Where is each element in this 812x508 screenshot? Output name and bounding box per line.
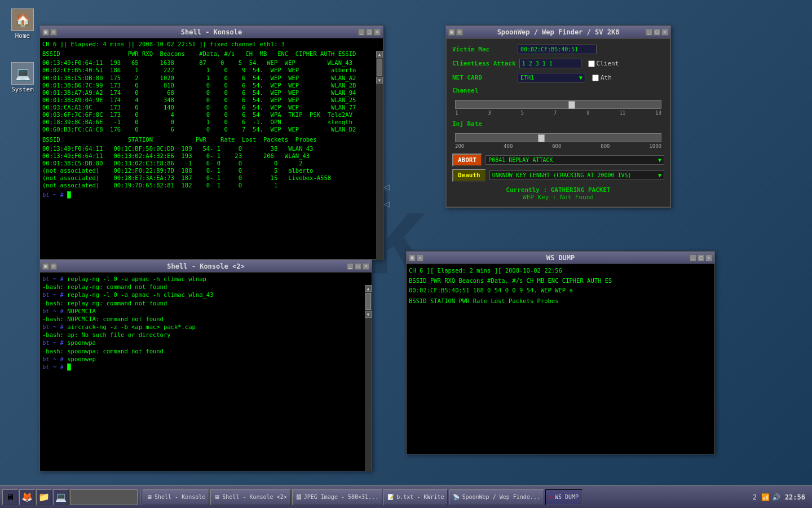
channel-slider-track[interactable] — [455, 100, 661, 109]
spoonwep-ctrl1[interactable]: ▣ — [448, 29, 455, 36]
shell1-max[interactable]: □ — [366, 29, 373, 36]
shell1-min[interactable]: _ — [358, 29, 365, 36]
deauth-button[interactable]: Deauth — [452, 169, 486, 182]
shell1-row5: 00:01:38:A9:04:9E 174 4 348 0 0 6 54. WE… — [42, 97, 375, 104]
wsdump-content[interactable]: CH 6 ][ Elapsed: 2 mins ][ 2008-10-02 22… — [407, 264, 714, 455]
taskbar-app-kwrite[interactable]: 📝 b.txt - KWrite — [383, 489, 448, 505]
shell1-header: CH 6 ][ Elapsed: 4 mins ][ 2008-10-02 22… — [42, 41, 375, 48]
shell2-taskbar-label: Shell - Konsole <2> — [222, 494, 286, 500]
channel-slider-container: 135791113 — [452, 100, 664, 116]
shell2-line5: -bash: NOPCMCIA: command not found — [42, 315, 364, 323]
wsdump-taskbar-icon: ✕ — [549, 494, 553, 500]
shell2-line9: -bash: spoonwpa: command not found — [42, 347, 364, 355]
shell1-prompt: bt ~ # █ — [42, 191, 375, 199]
wsdump-max[interactable]: □ — [698, 255, 704, 261]
shell2-close[interactable]: ✕ — [363, 263, 369, 270]
shell2-line0: bt ~ # replay-ng -l 0 -a apmac -h climac… — [42, 275, 364, 283]
taskbar-icon-files[interactable]: 📁 — [36, 489, 52, 505]
jpeg-taskbar-label: JPEG Image - 500×31... — [304, 494, 378, 500]
shell2-title: Shell - Konsole <2> — [167, 262, 244, 270]
taskbar-icon-browser[interactable]: 🦊 — [19, 489, 35, 505]
taskbar-icon-term[interactable]: 💻 — [53, 489, 69, 505]
taskbar-app-spoonwep[interactable]: 📡 SpoonWep / Wep Finde... — [449, 489, 544, 505]
injrate-thumb[interactable] — [538, 134, 545, 142]
injrate-slider-track[interactable] — [455, 133, 661, 142]
injrate-labels: 2004006008001000 — [455, 143, 661, 149]
shell1-row9: 00:60:B3:FC:CA:C8 176 0 6 0 0 7 54. WEP … — [42, 126, 375, 133]
shell1-row1: 00:02:CF:B5:40:51 186 1 222 1 0 9 54. WE… — [42, 67, 375, 74]
scroll-down[interactable]: ▼ — [376, 77, 383, 84]
taskbar-icon-apps[interactable]: 🖥 — [2, 489, 18, 505]
shell1-ctrl2[interactable]: ✕ — [50, 29, 57, 36]
spoonwep-ctrl2[interactable]: ✕ — [456, 29, 463, 36]
shell2-line10: bt ~ # spoonwep — [42, 355, 364, 363]
net-card-dropdown[interactable]: ETH1 ▼ — [518, 73, 585, 82]
shell2-window: ▣ ✕ Shell - Konsole <2> _ □ ✕ bt ~ # rep… — [39, 260, 372, 471]
shell2-scrollbar[interactable]: ▲ ▼ — [365, 285, 372, 472]
wsdump-ctrl2[interactable]: ✕ — [417, 255, 423, 261]
ath-checkbox[interactable] — [592, 75, 599, 81]
channel-thumb[interactable] — [568, 101, 575, 109]
tray-network[interactable]: 📶 — [761, 493, 770, 501]
channel-labels: 135791113 — [455, 110, 661, 116]
shell1-srow3: (not associated) 00:12:F0:22:89:7D 188 0… — [42, 167, 375, 174]
injrate-slider-container: 2004006008001000 — [452, 133, 664, 149]
shell2-min[interactable]: _ — [347, 263, 354, 270]
wsdump-taskbar-label: WS DUMP — [555, 494, 579, 500]
desktop-icon-home[interactable]: 🏠 Home — [6, 8, 39, 40]
shell1-titlebar: ▣ ✕ Shell - Konsole _ □ ✕ — [40, 26, 383, 38]
shell1-title: Shell - Konsole — [181, 28, 242, 36]
scroll-thumb[interactable] — [377, 59, 382, 76]
wsdump-title: WS DUMP — [546, 254, 575, 262]
shell1-scrollbar[interactable]: ▲ ▼ — [376, 51, 383, 260]
shell2-ctrl1[interactable]: ▣ — [42, 263, 49, 270]
spoonwep-min[interactable]: _ — [646, 29, 652, 36]
shell1-srow5: (not associated) 00:19:7D:65:82:81 182 0… — [42, 182, 375, 189]
shell2-line3: -bash: replay-ng: command not found — [42, 299, 364, 307]
wsdump-ctrl1[interactable]: ▣ — [409, 255, 416, 261]
shell2-line4: bt ~ # NOPCMCIA — [42, 307, 364, 315]
shell1-row7: 00:03:6F:7C:6F:8C 173 0 4 0 0 6 54 WPA T… — [42, 111, 375, 119]
scroll-thumb2[interactable] — [365, 293, 371, 310]
abort-dropdown[interactable]: P0841 REPLAY ATTACK ▼ — [486, 155, 664, 165]
wsdump-row1: 00:02:CF:B5:40:51 188 0 54 0 0 9 54. WEP… — [409, 286, 712, 294]
scroll-up[interactable]: ▲ — [376, 51, 383, 58]
wsdump-close[interactable]: ✕ — [705, 255, 712, 261]
wsdump-col1: BSSID PWR RXQ Beacons #Data, #/s CH MB E… — [409, 277, 712, 284]
channel-row: Channel 135791113 — [452, 87, 664, 116]
spoonwep-close[interactable]: ✕ — [661, 29, 668, 36]
wsdump-min[interactable]: _ — [690, 255, 696, 261]
scroll-down2[interactable]: ▼ — [365, 311, 372, 318]
taskbar-app-jpeg[interactable]: 🖼 JPEG Image - 500×31... — [292, 489, 382, 505]
taskbar-app-shell2[interactable]: 🖥 Shell - Konsole <2> — [210, 489, 290, 505]
tray-volume[interactable]: 🔊 — [772, 493, 780, 501]
shell1-col1: BSSID PWR RXQ Beacons #Data, #/s CH MB E… — [42, 50, 375, 58]
shell2-content[interactable]: bt ~ # replay-ng -l 0 -a apmac -h climac… — [40, 273, 366, 373]
shell1-close[interactable]: ✕ — [374, 29, 381, 36]
channel-label: Channel — [452, 87, 514, 94]
deauth-dropdown[interactable]: UNKNOW KEY LENGHT (CRACKING AT 20000 IVS… — [489, 170, 664, 180]
shell1-row4: 00:01:38:A7:A9:A2 174 0 68 0 0 6 54. WEP… — [42, 89, 375, 97]
abort-button[interactable]: ABORT — [452, 154, 482, 167]
shell2-ctrl2[interactable]: ✕ — [50, 263, 57, 270]
clientless-input[interactable]: 1 2 3 1 1 — [519, 59, 581, 68]
home-icon-label: Home — [15, 32, 30, 40]
victim-mac-input[interactable]: 00:02:CF:B5:40:51 — [518, 45, 597, 54]
spoonwep-max[interactable]: □ — [654, 29, 660, 36]
taskbar-app-shell1[interactable]: 🖥 Shell - Konsole — [143, 489, 209, 505]
injrate-label: Inj Rate — [452, 120, 514, 128]
search-bar[interactable] — [70, 489, 138, 505]
wsdump-col2: BSSID STATION PWR Rate Lost Packets Prob… — [409, 297, 712, 305]
shell1-content[interactable]: CH 6 ][ Elapsed: 4 mins ][ 2008-10-02 22… — [40, 38, 377, 202]
shell2-line8: bt ~ # spoonwpa — [42, 339, 364, 347]
taskbar-app-wsdump[interactable]: ✕ WS DUMP — [545, 489, 582, 505]
injrate-row: Inj Rate 2004006008001000 — [452, 120, 664, 149]
shell2-max[interactable]: □ — [355, 263, 361, 270]
clock-time: 22:56 — [785, 493, 805, 501]
search-input[interactable] — [73, 494, 135, 500]
scroll-up2[interactable]: ▲ — [365, 285, 372, 292]
wsdump-controls: ▣ ✕ — [409, 255, 423, 261]
shell1-ctrl1[interactable]: ▣ — [42, 29, 49, 36]
desktop-icon-system[interactable]: 💻 System — [6, 62, 39, 93]
client-checkbox[interactable] — [588, 60, 595, 67]
